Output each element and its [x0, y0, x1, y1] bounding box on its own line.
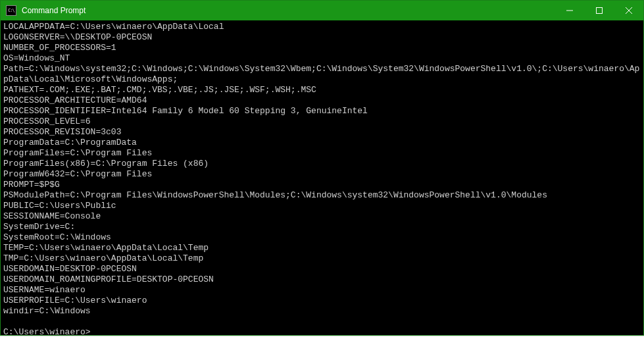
terminal-line: USERDOMAIN=DESKTOP-0PCEOSN	[3, 264, 641, 274]
terminal-line: USERPROFILE=C:\Users\winaero	[3, 296, 641, 306]
terminal-line: PROCESSOR_IDENTIFIER=Intel64 Family 6 Mo…	[3, 106, 641, 117]
terminal-line: SESSIONNAME=Console	[3, 211, 641, 222]
minimize-button[interactable]	[555, 1, 584, 20]
terminal-line: PSModulePath=C:\Program Files\WindowsPow…	[3, 190, 641, 201]
cmd-icon: C:\	[6, 5, 16, 16]
window-controls	[555, 1, 643, 20]
maximize-icon	[596, 7, 603, 14]
terminal-prompt[interactable]: C:\Users\winaero>	[3, 327, 91, 335]
terminal-line: NUMBER_OF_PROCESSORS=1	[3, 43, 641, 53]
terminal-line: ProgramData=C:\ProgramData	[3, 138, 641, 148]
terminal-line: LOGONSERVER=\\DESKTOP-0PCEOSN	[3, 32, 641, 43]
terminal-line: ProgramFiles=C:\Program Files	[3, 148, 641, 159]
terminal-line: OS=Windows_NT	[3, 53, 641, 64]
titlebar[interactable]: C:\ Command Prompt	[1, 1, 643, 20]
minimize-icon	[566, 7, 573, 14]
maximize-button[interactable]	[584, 1, 614, 20]
terminal-line: PUBLIC=C:\Users\Public	[3, 201, 641, 211]
command-prompt-window: C:\ Command Prompt LOCALAPPDATA=C:\Users…	[0, 0, 644, 336]
close-icon	[626, 7, 632, 14]
terminal-line: PROMPT=$P$G	[3, 180, 641, 190]
close-button[interactable]	[614, 1, 643, 20]
terminal-line: TEMP=C:\Users\winaero\AppData\Local\Temp	[3, 243, 641, 253]
terminal-line: ProgramFiles(x86)=C:\Program Files (x86)	[3, 159, 641, 169]
terminal-line: SystemRoot=C:\Windows	[3, 232, 641, 243]
terminal-line: SystemDrive=C:	[3, 222, 641, 232]
terminal-line: PATHEXT=.COM;.EXE;.BAT;.CMD;.VBS;.VBE;.J…	[3, 85, 641, 95]
terminal-line: PROCESSOR_ARCHITECTURE=AMD64	[3, 95, 641, 106]
terminal-line: Path=C:\Windows\system32;C:\Windows;C:\W…	[3, 64, 641, 85]
terminal-line: PROCESSOR_REVISION=3c03	[3, 127, 641, 138]
terminal-blank-line	[3, 317, 641, 327]
svg-rect-1	[596, 8, 602, 14]
terminal-line: USERNAME=winaero	[3, 285, 641, 296]
window-title: Command Prompt	[20, 6, 555, 15]
terminal-line: USERDOMAIN_ROAMINGPROFILE=DESKTOP-0PCEOS…	[3, 274, 641, 285]
terminal-line: LOCALAPPDATA=C:\Users\winaero\AppData\Lo…	[3, 22, 641, 32]
terminal-line: windir=C:\Windows	[3, 306, 641, 317]
terminal-line: ProgramW6432=C:\Program Files	[3, 169, 641, 180]
terminal-line: PROCESSOR_LEVEL=6	[3, 117, 641, 127]
terminal-line: TMP=C:\Users\winaero\AppData\Local\Temp	[3, 253, 641, 264]
terminal-output[interactable]: LOCALAPPDATA=C:\Users\winaero\AppData\Lo…	[1, 20, 643, 335]
